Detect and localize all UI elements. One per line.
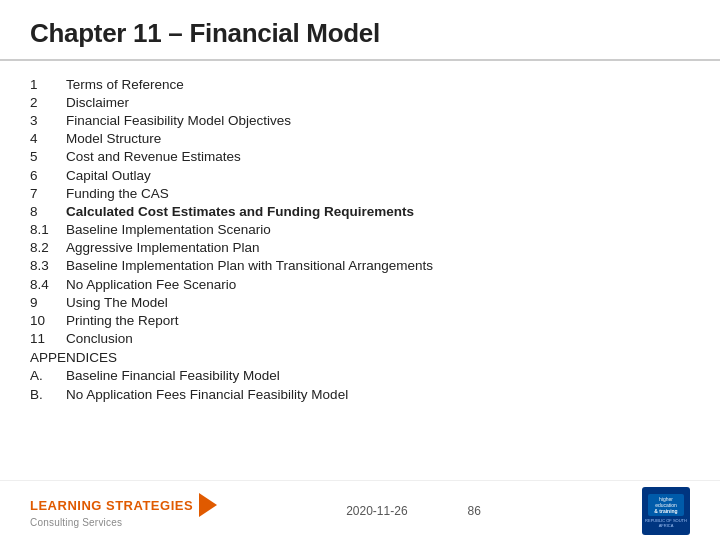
toc-num: 1 [30, 75, 66, 93]
toc-label: Conclusion [66, 330, 690, 348]
coat-text: higher education & training [648, 495, 684, 515]
toc-num: 8 [30, 202, 66, 220]
toc-label: Financial Feasibility Model Objectives [66, 111, 690, 129]
toc-content: 1Terms of Reference2Disclaimer3Financial… [0, 61, 720, 413]
toc-label: Disclaimer [66, 93, 690, 111]
toc-label: Calculated Cost Estimates and Funding Re… [66, 202, 690, 220]
appendices-label: APPENDICES [30, 350, 690, 365]
toc-label: Baseline Implementation Plan with Transi… [66, 257, 690, 275]
toc-label: Cost and Revenue Estimates [66, 148, 690, 166]
toc-num: 11 [30, 330, 66, 348]
toc-label: Model Structure [66, 130, 690, 148]
footer-logo: higher education & training REPUBLIC OF … [610, 487, 690, 535]
toc-label: Terms of Reference [66, 75, 690, 93]
appendix-num: A. [30, 367, 66, 385]
toc-row: 10Printing the Report [30, 311, 690, 329]
coat-republic: REPUBLIC OF SOUTH AFRICA [642, 518, 690, 528]
toc-row: 8.3Baseline Implementation Plan with Tra… [30, 257, 690, 275]
toc-table: 1Terms of Reference2Disclaimer3Financial… [30, 75, 690, 348]
slide-title: Chapter 11 – Financial Model [30, 18, 690, 49]
coat-of-arms-icon: higher education & training REPUBLIC OF … [642, 487, 690, 535]
toc-num: 6 [30, 166, 66, 184]
footer-brand: LEARNING STRATEGIES Consulting Services [30, 493, 217, 528]
toc-row: 8.1Baseline Implementation Scenario [30, 221, 690, 239]
coat-top: higher education & training [648, 494, 684, 516]
toc-label: Funding the CAS [66, 184, 690, 202]
toc-num: 4 [30, 130, 66, 148]
toc-row: 5Cost and Revenue Estimates [30, 148, 690, 166]
brand-subtitle: Consulting Services [30, 517, 122, 528]
toc-row: 8.4No Application Fee Scenario [30, 275, 690, 293]
toc-row: 4Model Structure [30, 130, 690, 148]
appendix-row: B.No Application Fees Financial Feasibil… [30, 385, 690, 403]
toc-num: 8.2 [30, 239, 66, 257]
toc-num: 3 [30, 111, 66, 129]
appendix-num: B. [30, 385, 66, 403]
appendix-label: Baseline Financial Feasibility Model [66, 367, 690, 385]
toc-row: 6Capital Outlay [30, 166, 690, 184]
slide-footer: LEARNING STRATEGIES Consulting Services … [0, 480, 720, 540]
footer-date: 2020-11-26 [346, 504, 407, 518]
footer-center: 2020-11-26 86 [217, 504, 610, 518]
toc-num: 9 [30, 293, 66, 311]
appendix-row: A.Baseline Financial Feasibility Model [30, 367, 690, 385]
toc-num: 8.3 [30, 257, 66, 275]
toc-num: 8.1 [30, 221, 66, 239]
toc-row: 8.2Aggressive Implementation Plan [30, 239, 690, 257]
appendix-label: No Application Fees Financial Feasibilit… [66, 385, 690, 403]
appendices-table: A.Baseline Financial Feasibility ModelB.… [30, 367, 690, 403]
brand-arrow-icon [199, 493, 217, 517]
toc-label: Capital Outlay [66, 166, 690, 184]
toc-row: 2Disclaimer [30, 93, 690, 111]
toc-row: 3Financial Feasibility Model Objectives [30, 111, 690, 129]
toc-num: 2 [30, 93, 66, 111]
slide-header: Chapter 11 – Financial Model [0, 0, 720, 61]
toc-num: 8.4 [30, 275, 66, 293]
toc-row: 11Conclusion [30, 330, 690, 348]
toc-label: Baseline Implementation Scenario [66, 221, 690, 239]
toc-label: Aggressive Implementation Plan [66, 239, 690, 257]
toc-num: 10 [30, 311, 66, 329]
toc-label: Using The Model [66, 293, 690, 311]
toc-label: Printing the Report [66, 311, 690, 329]
slide: Chapter 11 – Financial Model 1Terms of R… [0, 0, 720, 540]
toc-num: 7 [30, 184, 66, 202]
brand-name: LEARNING STRATEGIES [30, 498, 193, 513]
footer-page: 86 [468, 504, 481, 518]
toc-row: 1Terms of Reference [30, 75, 690, 93]
toc-num: 5 [30, 148, 66, 166]
toc-row: 8Calculated Cost Estimates and Funding R… [30, 202, 690, 220]
toc-label: No Application Fee Scenario [66, 275, 690, 293]
toc-row: 9Using The Model [30, 293, 690, 311]
toc-row: 7Funding the CAS [30, 184, 690, 202]
